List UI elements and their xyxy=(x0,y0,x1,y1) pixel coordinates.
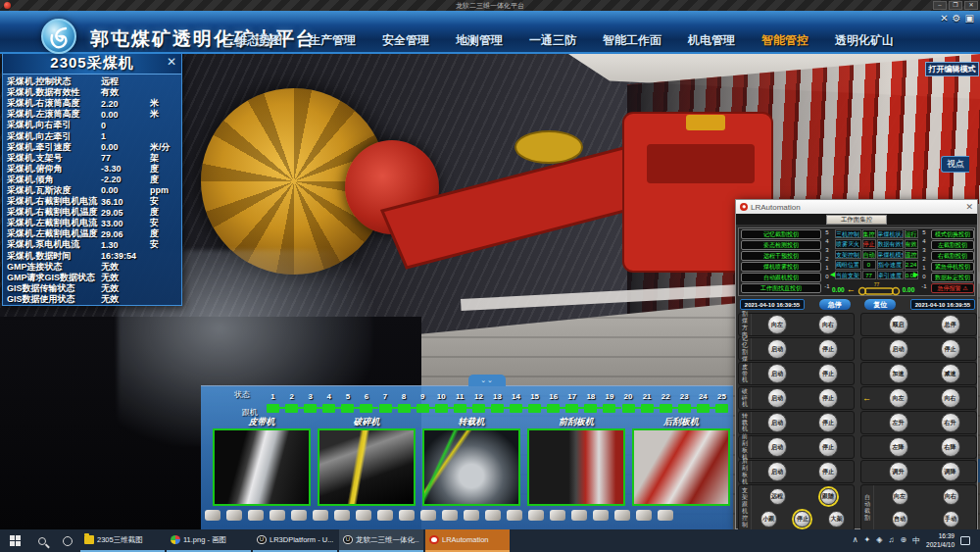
support-status-square[interactable] xyxy=(267,404,279,413)
support-status-square[interactable] xyxy=(641,404,654,413)
control-button[interactable]: 小跟 xyxy=(760,511,777,527)
control-button[interactable]: 远程 xyxy=(769,488,786,505)
control-button[interactable]: 停止 xyxy=(818,437,838,457)
control-button[interactable]: 总停 xyxy=(941,315,960,334)
shield-icon[interactable]: ◈ xyxy=(876,535,882,546)
menu-item[interactable]: 三维态势图 xyxy=(223,32,282,49)
indicator-button[interactable]: 记忆截割投切 xyxy=(741,229,821,239)
control-button[interactable]: 停止 xyxy=(818,364,838,383)
camera-video[interactable] xyxy=(318,428,416,506)
indicator-button[interactable]: 数据标定投切 xyxy=(931,273,974,282)
control-button[interactable]: 大架 xyxy=(828,511,845,527)
control-button[interactable]: 左降 xyxy=(889,437,908,457)
control-button[interactable]: 启动 xyxy=(767,462,787,481)
control-button[interactable]: 启动 xyxy=(767,437,787,457)
notification-center-icon[interactable] xyxy=(960,536,970,545)
control-button[interactable]: 停止 xyxy=(941,339,960,359)
support-status-square[interactable] xyxy=(304,404,317,413)
control-button[interactable]: 右升 xyxy=(941,413,960,432)
support-status-square[interactable] xyxy=(678,404,691,413)
indicator-button[interactable]: 姿态检测投切 xyxy=(741,240,821,250)
collapse-chevron-icon[interactable]: ⌄⌄ xyxy=(468,375,506,386)
control-button[interactable]: 自动 xyxy=(892,511,908,527)
control-button[interactable]: 停止 xyxy=(818,462,838,481)
menu-item[interactable]: 机电管理 xyxy=(688,32,735,49)
tab-workface-control[interactable]: 工作面集控 xyxy=(826,215,887,225)
indicator-button[interactable]: 自动跟机投切 xyxy=(741,273,821,282)
indicator-button[interactable]: 远程干预投切 xyxy=(741,251,821,261)
control-button[interactable]: 启动 xyxy=(767,339,787,359)
control-button[interactable]: 手动 xyxy=(943,511,959,527)
control-button[interactable]: 向右 xyxy=(943,488,959,505)
taskbar-search-button[interactable] xyxy=(29,529,55,552)
indicator-button[interactable]: 模式切换投切 xyxy=(931,229,974,239)
indicator-button[interactable]: 紧急停机投切 xyxy=(931,262,974,272)
menu-item[interactable]: 智能工作面 xyxy=(603,32,662,49)
control-button[interactable]: 向左 xyxy=(892,488,908,505)
support-status-square[interactable] xyxy=(603,404,615,413)
support-status-square[interactable] xyxy=(341,404,354,413)
support-status-square[interactable] xyxy=(528,404,541,413)
taskbar-app-item[interactable]: LRAutomation xyxy=(425,529,510,552)
control-button[interactable]: 调升 xyxy=(889,462,908,481)
menu-item[interactable]: 透明化矿山 xyxy=(835,32,894,49)
support-status-square[interactable] xyxy=(416,404,429,413)
taskbar-app-item[interactable]: 11.png - 画图 xyxy=(167,529,251,552)
taskbar-app-item[interactable]: LR3DPlatform - U... xyxy=(253,529,337,552)
control-button[interactable]: 向左 xyxy=(767,315,787,334)
control-button[interactable]: 停止 xyxy=(818,339,838,359)
support-status-square[interactable] xyxy=(322,404,335,413)
taskbar-app-item[interactable]: 龙软二三维一体化... xyxy=(339,529,423,552)
control-button[interactable]: 停止 xyxy=(818,413,838,432)
settings-icon[interactable]: ⚙ xyxy=(953,13,961,24)
support-status-square[interactable] xyxy=(510,404,522,413)
control-button[interactable]: 左升 xyxy=(889,413,908,432)
minimize-button[interactable]: – xyxy=(933,1,947,10)
menu-item[interactable]: 地测管理 xyxy=(456,32,503,49)
indicator-button[interactable]: 左截割投切 xyxy=(931,240,974,250)
support-status-square[interactable] xyxy=(660,404,672,413)
control-button[interactable]: 启动 xyxy=(889,339,908,359)
control-button[interactable]: 启动 xyxy=(767,388,787,408)
lrautomation-close-icon[interactable]: ✕ xyxy=(965,202,973,212)
camera-video[interactable] xyxy=(213,428,311,506)
menu-item[interactable]: 智能管控 xyxy=(761,32,808,49)
window-icon[interactable]: ▣ xyxy=(965,13,974,24)
volume-icon[interactable]: ♫ xyxy=(888,535,894,546)
control-button[interactable]: 加速 xyxy=(889,364,908,383)
support-status-square[interactable] xyxy=(379,404,392,413)
indicator-button[interactable]: 工作面找直投切 xyxy=(741,283,821,293)
camera-video[interactable] xyxy=(527,428,625,506)
maximize-button[interactable]: ❐ xyxy=(949,1,962,10)
indicator-button[interactable]: 急停报警 ⚠ xyxy=(931,283,974,293)
menu-item[interactable]: 生产管理 xyxy=(309,32,356,49)
support-status-square[interactable] xyxy=(360,404,372,413)
panel-close-icon[interactable]: ✕ xyxy=(167,55,176,69)
support-status-square[interactable] xyxy=(285,404,298,413)
hidden-icons-icon[interactable]: ∧ xyxy=(853,535,858,546)
network-icon[interactable]: ⊕ xyxy=(900,535,906,546)
menu-item[interactable]: 安全管理 xyxy=(382,32,429,49)
estop-button[interactable]: 急停 xyxy=(819,299,851,310)
support-status-square[interactable] xyxy=(565,404,578,413)
taskbar-app-item[interactable]: 2305三维截图 xyxy=(80,529,165,552)
reset-button[interactable]: 复位 xyxy=(864,299,896,310)
support-status-square[interactable] xyxy=(398,404,411,413)
support-status-square[interactable] xyxy=(547,404,560,413)
taskbar-clock[interactable]: 16:39 2021/4/10 xyxy=(926,532,955,549)
indicator-button[interactable]: 煤机喷雾投切 xyxy=(741,262,821,272)
cortana-button[interactable] xyxy=(55,529,80,552)
control-button[interactable]: 启动 xyxy=(767,413,787,432)
support-status-square[interactable] xyxy=(454,404,466,413)
indicator-button[interactable]: 右截割投切 xyxy=(931,251,974,261)
support-status-square[interactable] xyxy=(472,404,485,413)
menu-item[interactable]: 一通三防 xyxy=(529,32,576,49)
camera-video[interactable] xyxy=(422,428,520,506)
control-button[interactable]: 跟随 xyxy=(820,488,837,505)
support-status-square[interactable] xyxy=(715,404,728,413)
support-status-square[interactable] xyxy=(435,404,448,413)
control-button[interactable]: 停止 xyxy=(818,388,838,408)
start-button[interactable] xyxy=(0,529,29,552)
control-button[interactable]: 向左 xyxy=(889,388,908,408)
mic-icon[interactable]: ✦ xyxy=(864,535,871,546)
